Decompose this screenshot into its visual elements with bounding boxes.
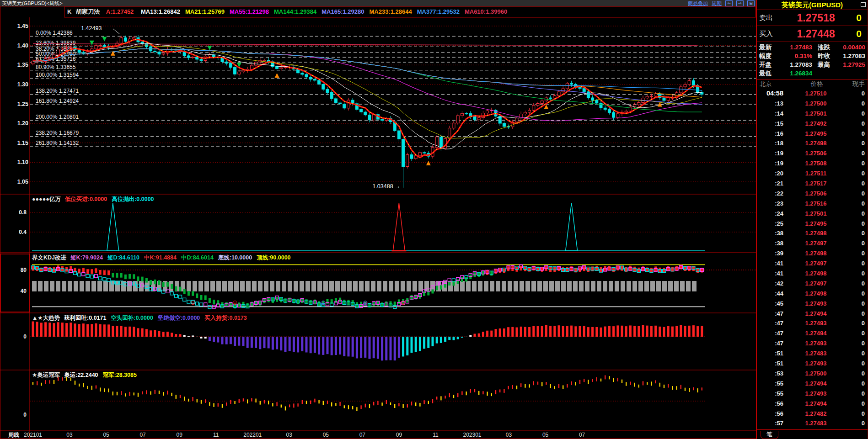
olympic-dash: [335, 403, 336, 406]
candle-body: [541, 101, 543, 104]
trend-bar: [310, 337, 312, 353]
tab-tick[interactable]: 笔: [761, 431, 778, 439]
sell-quote-row[interactable]: 卖出 1.27518 0: [757, 10, 868, 26]
restore-window-icon[interactable]: [861, 2, 866, 7]
trend-bar: [612, 326, 615, 337]
ma-line: [33, 49, 702, 90]
candle-body: [326, 89, 329, 92]
fib-label: 100.00% 1.31594: [36, 72, 79, 78]
kdj-d-bar: [200, 295, 203, 300]
candle-body: [566, 83, 568, 89]
trend-bar: [507, 327, 509, 337]
candle-body: [250, 65, 253, 69]
period-link[interactable]: 周期: [712, 0, 722, 7]
fib-label: 0.00% 1.42386: [36, 30, 73, 36]
panel-value: 冠军:28.3085: [103, 372, 137, 378]
trend-bar: [276, 337, 278, 349]
sell-price: 1.27518: [776, 12, 856, 24]
candle-body: [334, 99, 337, 103]
kdj-d-bar: [192, 291, 194, 296]
kdj-d-bar: [209, 298, 211, 303]
kdj-gray-band: [353, 281, 358, 291]
trend-bar: [697, 326, 699, 337]
olympic-dash: [251, 398, 252, 401]
trend-bar: [352, 337, 354, 357]
tick-row: :251.274950: [757, 219, 868, 229]
tile-window-icon[interactable]: ⊞: [747, 0, 755, 6]
kdj-gray-band: [413, 281, 417, 291]
kdj-gray-band: [323, 281, 328, 291]
trend-bar: [432, 337, 434, 346]
olympic-dash: [218, 403, 219, 407]
kdj-d-bar: [465, 277, 467, 281]
olympic-dash: [558, 384, 559, 388]
kdj-gray-band: [561, 281, 566, 291]
kdj-d-bar: [411, 295, 413, 300]
olympic-dash: [146, 390, 147, 394]
kdj-gray-band: [531, 281, 536, 291]
ma-legend-item: MA21:1.25769: [185, 8, 225, 15]
trend-bar: [356, 337, 358, 358]
kdj-d-bar: [150, 280, 152, 285]
kdj-gray-band: [288, 281, 292, 291]
kdj-d-bar: [495, 269, 497, 274]
olympic-dash: [563, 385, 563, 389]
tick-row: :151.274920: [757, 119, 868, 129]
kdj-k-square: [103, 278, 106, 281]
tick-row: :241.275010: [757, 209, 868, 219]
candle-body: [625, 111, 627, 112]
olympic-dash: [205, 399, 206, 403]
olympic-dash: [672, 386, 673, 390]
overlay-link[interactable]: 商品叠加: [688, 0, 708, 7]
kdj-d-bar: [667, 266, 670, 271]
trend-bar: [461, 337, 463, 338]
trend-bar: [103, 324, 106, 337]
trend-bar: [74, 323, 76, 337]
kdj-d-bar: [217, 300, 219, 305]
kdj-d-bar: [482, 271, 484, 275]
olympic-dash: [423, 400, 424, 404]
olympic-dash: [45, 380, 46, 384]
olympic-dash: [234, 401, 235, 404]
candle-body: [646, 96, 648, 98]
kdj-gray-band: [198, 281, 203, 291]
kdj-d-bar: [423, 291, 425, 296]
candle-body: [133, 37, 135, 39]
trend-bar: [305, 337, 308, 352]
candle-body: [225, 62, 228, 63]
trend-bar: [608, 326, 611, 337]
buy-quote-row[interactable]: 买入 1.27448 0: [757, 26, 868, 42]
panel-header-trend: ▲★大趋势获利回吐:0.0171空头回补:0.0000坚绝做空:0.0000买入…: [32, 315, 256, 322]
kdj-d-bar: [141, 277, 144, 281]
candle-body: [570, 83, 573, 84]
indicator-name: 胡家刀法: [76, 8, 100, 15]
ma-line: [33, 49, 702, 97]
olympic-dash: [230, 400, 231, 404]
kdj-d-bar: [107, 270, 110, 275]
kdj-d-bar: [436, 286, 438, 290]
candle-body: [600, 103, 602, 108]
candle-body: [48, 58, 51, 58]
trend-bar: [318, 337, 320, 354]
date-axis-label: 03: [66, 432, 73, 438]
kdj-gray-band: [585, 281, 589, 291]
candle-body: [608, 110, 611, 113]
olympic-dash: [537, 381, 538, 385]
candle-body: [406, 155, 409, 167]
kdj-gray-band: [335, 281, 340, 291]
candle-body: [583, 89, 585, 92]
tick-row: :381.274970: [757, 238, 868, 249]
tick-row: 04:581.275100: [757, 89, 868, 99]
tick-row: :231.275160: [757, 199, 868, 209]
date-axis-label: 03: [286, 432, 293, 438]
candle-body: [368, 115, 371, 120]
trend-bar: [251, 337, 253, 348]
candle-body: [587, 92, 589, 98]
forward-arrow-icon[interactable]: ⇨: [736, 0, 744, 6]
kdj-gray-band: [514, 281, 518, 291]
sell-arrow-icon: [207, 46, 212, 50]
back-arrow-icon[interactable]: ⇦: [725, 0, 733, 6]
kdj-gray-band: [484, 281, 488, 291]
trend-bar: [48, 323, 51, 337]
smiley-icon: ☺: [400, 298, 407, 306]
